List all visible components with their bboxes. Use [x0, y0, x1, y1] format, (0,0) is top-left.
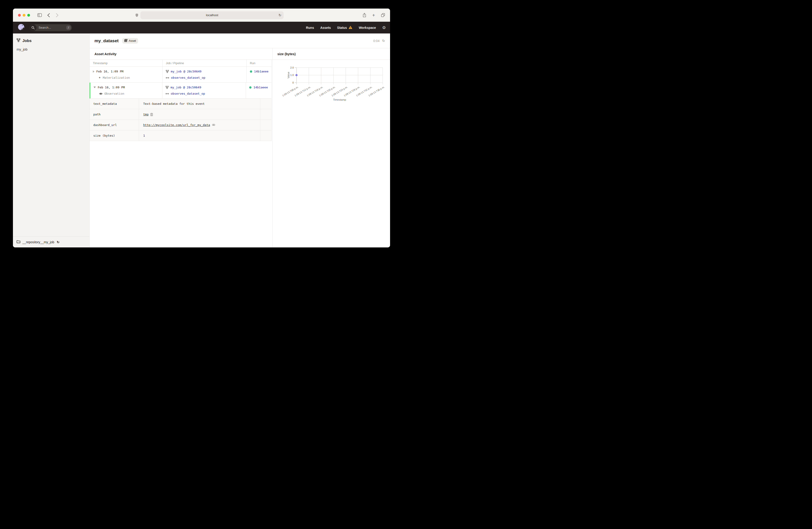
op-link[interactable]: observes_dataset_op: [171, 92, 205, 95]
asset-activity-title: Asset Activity: [90, 48, 272, 60]
search-shortcut-chip: /: [66, 26, 71, 30]
nav-link-runs[interactable]: Runs: [306, 26, 314, 30]
svg-text:Value: Value: [287, 72, 290, 78]
observation-eye-icon: [99, 92, 103, 95]
external-link-icon[interactable]: [212, 123, 215, 126]
expand-chevron-icon[interactable]: [93, 70, 95, 73]
job-fork-icon: [165, 86, 169, 89]
repository-row: __repository__my_job ↻: [13, 236, 89, 247]
metadata-key: dashboard_url: [90, 120, 139, 130]
settings-gear-icon[interactable]: ⚙: [382, 25, 386, 30]
forward-icon[interactable]: [56, 13, 58, 17]
metadata-plots-panel: size (bytes) 1:09:13.708 p.m.1:09:13.712…: [273, 48, 390, 247]
metadata-row-size-bytes: size (bytes) 1: [90, 130, 271, 141]
asset-tag[interactable]: Asset: [122, 38, 138, 44]
event-metadata-table: text_metadata Text-based metadata for th…: [90, 99, 271, 141]
repository-reload-icon[interactable]: ↻: [57, 240, 60, 244]
nav-link-status[interactable]: Status: [337, 26, 353, 30]
job-link[interactable]: my_job @ 28c50649: [171, 70, 201, 73]
address-bar-url: localhost: [206, 13, 218, 17]
back-icon[interactable]: [47, 13, 50, 17]
metadata-row-dashboard-url: dashboard_url http://mycoolsite.com/url_…: [90, 120, 271, 130]
op-icon: [166, 77, 169, 79]
svg-text:Timestamp: Timestamp: [333, 98, 346, 101]
app-top-nav: Search... / Runs Assets Status Workspace…: [13, 22, 390, 33]
share-icon[interactable]: [363, 13, 366, 17]
dagster-logo[interactable]: [17, 23, 26, 32]
event-timestamp: Feb 16, 1:09 PM: [98, 86, 125, 89]
column-header-job-pipeline: Job / Pipeline: [163, 60, 247, 67]
browser-toolbar: localhost ↻ +: [13, 9, 390, 22]
window-controls: [18, 14, 30, 17]
repository-name: __repository__my_job: [23, 240, 54, 244]
event-row-observation: Feb 16, 1:09 PM Observation: [90, 83, 271, 99]
table-header-row: Timestamp Job / Pipeline Run: [90, 60, 271, 67]
job-fork-icon: [166, 70, 169, 73]
op-link[interactable]: observes_dataset_op: [171, 76, 205, 79]
jobs-section-header: Jobs: [13, 33, 89, 45]
svg-text:1.0: 1.0: [290, 74, 294, 76]
materialization-icon: ✦: [98, 76, 101, 79]
search-input[interactable]: Search... /: [29, 24, 72, 31]
page-title: my_dataset: [95, 38, 119, 43]
asset-tag-label: Asset: [129, 39, 136, 43]
status-warning-icon: [348, 26, 352, 30]
asset-activity-panel: Asset Activity Timestamp Job / Pipeline …: [90, 48, 273, 247]
event-timestamp: Feb 16, 1:09 PM: [96, 70, 123, 73]
address-bar[interactable]: localhost ↻: [141, 11, 284, 19]
search-placeholder: Search...: [37, 26, 66, 29]
browser-window: localhost ↻ +: [13, 9, 390, 247]
svg-text:2.0: 2.0: [290, 66, 294, 69]
privacy-shield-icon[interactable]: [135, 13, 138, 17]
job-fork-icon: [17, 38, 20, 43]
event-type-label: Observation: [104, 92, 124, 95]
op-icon: [165, 93, 169, 94]
nav-link-assets[interactable]: Assets: [320, 26, 331, 30]
run-id-link[interactable]: 14b1aeee: [254, 70, 269, 73]
run-status-dot: [250, 70, 252, 73]
svg-text:0: 0: [292, 81, 294, 84]
run-status-dot: [249, 86, 251, 89]
metadata-row-text-metadata: text_metadata Text-based metadata for th…: [90, 99, 271, 109]
asset-table-icon: [124, 39, 128, 43]
column-header-timestamp: Timestamp: [90, 60, 163, 67]
folder-icon: [17, 240, 20, 244]
run-id-link[interactable]: 14b1aeee: [253, 86, 268, 89]
event-row-materialization: Feb 16, 1:09 PM ✦ Materialization: [90, 67, 271, 83]
asset-header: my_dataset Asset 0:04 ↻: [90, 33, 390, 48]
path-value-link[interactable]: tmp: [143, 113, 148, 116]
asset-activity-table: Timestamp Job / Pipeline Run Feb 16, 1:0…: [90, 60, 272, 141]
metadata-row-path: path tmp: [90, 109, 271, 120]
reload-page-icon[interactable]: ↻: [278, 13, 281, 17]
metadata-value: 1: [143, 134, 145, 137]
refresh-icon[interactable]: ↻: [382, 39, 385, 43]
event-type-label: Materialization: [103, 76, 130, 79]
jobs-sidebar: Jobs my_job __repository__my_job ↻: [13, 33, 90, 247]
collapse-chevron-icon[interactable]: [93, 87, 96, 88]
chart-title: size (bytes): [273, 48, 390, 60]
metadata-value: Text-based metadata for this event: [143, 102, 205, 105]
dashboard-url-link[interactable]: http://mycoolsite.com/url_for_my_data: [143, 123, 210, 127]
jobs-header-label: Jobs: [23, 39, 32, 43]
sidebar-toggle-icon[interactable]: [38, 13, 42, 17]
nav-link-workspace[interactable]: Workspace: [359, 26, 376, 30]
size-bytes-chart: 1:09:13.708 p.m.1:09:13.712 p.m.1:09:13.…: [273, 60, 390, 102]
metadata-key: size (bytes): [90, 130, 139, 141]
column-header-run: Run: [247, 60, 271, 67]
new-tab-icon[interactable]: +: [372, 13, 375, 17]
tab-overview-icon[interactable]: [381, 13, 385, 17]
job-link[interactable]: my_job @ 28c50649: [171, 86, 201, 89]
zoom-window-button[interactable]: [27, 14, 30, 17]
metadata-key: path: [90, 109, 139, 120]
metadata-key: text_metadata: [90, 99, 139, 109]
copy-to-clipboard-icon[interactable]: [150, 113, 153, 116]
minimize-window-button[interactable]: [23, 14, 25, 17]
search-icon: [29, 24, 37, 31]
refresh-countdown: 0:04: [373, 39, 379, 43]
sidebar-item-my-job[interactable]: my_job: [13, 45, 89, 53]
close-window-button[interactable]: [18, 14, 21, 17]
